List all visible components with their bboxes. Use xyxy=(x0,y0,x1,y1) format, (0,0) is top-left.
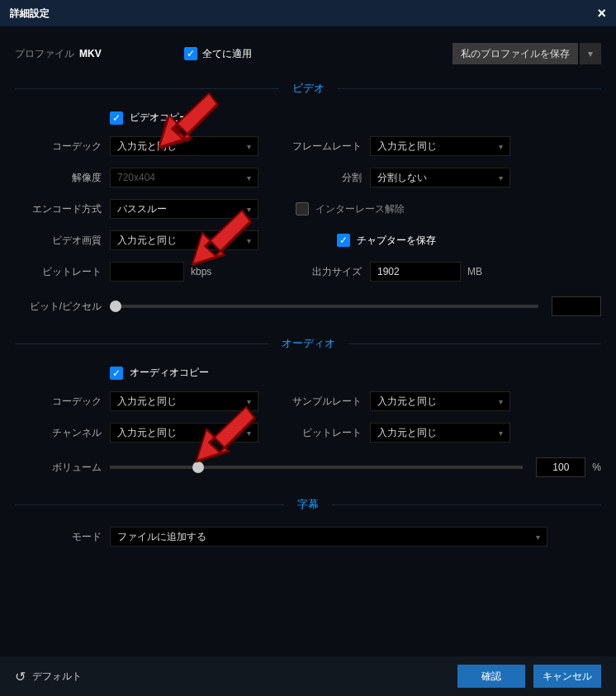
chevron-down-icon: ▾ xyxy=(247,142,251,151)
chevron-down-icon: ▾ xyxy=(536,533,540,542)
encode-select[interactable]: パススルー▾ xyxy=(110,199,258,219)
volume-value: 100 xyxy=(536,457,585,477)
bpp-value xyxy=(552,296,601,316)
bpp-label: ビット/ピクセル xyxy=(15,300,110,314)
chevron-down-icon: ▾ xyxy=(499,428,503,438)
slider-thumb[interactable] xyxy=(110,301,121,312)
bitrate-unit: kbps xyxy=(191,266,211,277)
interlace-checkbox[interactable]: インターレース解除 xyxy=(296,202,405,216)
bitrate-label: ビットレート xyxy=(15,265,110,279)
apply-all-label: 全てに適用 xyxy=(202,47,252,61)
chevron-down-icon: ▾ xyxy=(499,397,503,406)
slider-thumb[interactable] xyxy=(192,462,204,473)
ok-button[interactable]: 確認 xyxy=(457,665,525,688)
check-icon: ✓ xyxy=(110,111,123,125)
encode-label: エンコード方式 xyxy=(15,202,110,216)
chevron-down-icon: ▾ xyxy=(247,205,251,214)
chevron-down-icon: ▾ xyxy=(247,173,251,182)
chevron-down-icon: ▾ xyxy=(588,48,593,59)
channel-select[interactable]: 入力元と同じ▾ xyxy=(110,423,258,443)
chevron-down-icon: ▾ xyxy=(247,428,251,438)
bpp-slider[interactable] xyxy=(110,305,538,308)
dialog-title: 詳細設定 xyxy=(10,7,50,21)
quality-select[interactable]: 入力元と同じ▾ xyxy=(110,230,258,250)
save-profile-dropdown[interactable]: ▾ xyxy=(580,43,601,64)
audio-bitrate-select[interactable]: 入力元と同じ▾ xyxy=(370,423,510,443)
checkbox-empty-icon xyxy=(296,202,309,215)
quality-label: ビデオ画質 xyxy=(15,234,110,248)
audio-section-header: オーディオ xyxy=(15,336,601,351)
video-panel: ビデオ ✓ ビデオコピー コーデック 入力元と同じ▾ フレームレート 入力元と同… xyxy=(0,81,616,331)
chevron-down-icon: ▾ xyxy=(247,397,251,406)
outsize-input[interactable] xyxy=(370,262,461,282)
audio-codec-select[interactable]: 入力元と同じ▾ xyxy=(110,391,258,411)
default-button[interactable]: ↺ デフォルト xyxy=(15,669,82,684)
codec-label: コーデック xyxy=(15,140,110,154)
footer: ↺ デフォルト 確認 キャンセル xyxy=(0,656,616,696)
video-codec-select[interactable]: 入力元と同じ▾ xyxy=(110,136,258,156)
cancel-button[interactable]: キャンセル xyxy=(533,665,601,688)
resolution-select[interactable]: 720x404▾ xyxy=(110,168,258,187)
profile-row: プロファイル MKV ✓ 全てに適用 私のプロファイルを保存 ▾ xyxy=(0,26,616,76)
outsize-label: 出力サイズ xyxy=(287,265,370,279)
check-icon: ✓ xyxy=(337,234,350,247)
reset-icon: ↺ xyxy=(15,669,26,684)
framerate-label: フレームレート xyxy=(287,140,370,154)
close-icon[interactable]: × xyxy=(597,5,606,22)
titlebar: 詳細設定 × xyxy=(0,0,616,26)
save-profile-button[interactable]: 私のプロファイルを保存 xyxy=(453,43,578,64)
video-section-header: ビデオ xyxy=(15,81,601,96)
audio-copy-checkbox[interactable]: ✓ オーディオコピー xyxy=(15,366,601,380)
video-copy-checkbox[interactable]: ✓ ビデオコピー xyxy=(15,111,601,125)
subtitle-mode-select[interactable]: ファイルに追加する▾ xyxy=(110,527,547,547)
subtitle-section-header: 字幕 xyxy=(15,497,601,512)
check-icon: ✓ xyxy=(110,367,123,380)
samplerate-select[interactable]: 入力元と同じ▾ xyxy=(370,391,510,411)
outsize-unit: MB xyxy=(467,266,482,277)
check-icon: ✓ xyxy=(184,47,197,60)
volume-slider[interactable] xyxy=(110,466,523,469)
resolution-label: 解像度 xyxy=(15,171,110,185)
samplerate-label: サンプルレート xyxy=(287,395,370,409)
audio-panel: オーディオ ✓ オーディオコピー コーデック 入力元と同じ▾ サンプルレート 入… xyxy=(0,336,616,492)
split-label: 分割 xyxy=(287,171,370,185)
channel-label: チャンネル xyxy=(15,426,110,440)
audio-codec-label: コーデック xyxy=(15,395,110,409)
volume-unit: % xyxy=(592,462,601,473)
apply-all-checkbox[interactable]: ✓ 全てに適用 xyxy=(184,47,252,61)
video-bitrate-input[interactable] xyxy=(110,262,184,282)
profile-name: MKV xyxy=(79,48,102,59)
chevron-down-icon: ▾ xyxy=(499,173,503,182)
split-select[interactable]: 分割しない▾ xyxy=(370,168,510,187)
audio-bitrate-label: ビットレート xyxy=(287,426,370,440)
chevron-down-icon: ▾ xyxy=(499,142,503,151)
subtitle-panel: 字幕 モード ファイルに追加する▾ xyxy=(0,497,616,566)
volume-label: ボリューム xyxy=(15,461,110,475)
mode-label: モード xyxy=(15,530,110,544)
chapter-save-checkbox[interactable]: ✓ チャプターを保存 xyxy=(337,234,436,248)
profile-label: プロファイル xyxy=(15,47,74,61)
framerate-select[interactable]: 入力元と同じ▾ xyxy=(370,136,510,156)
chevron-down-icon: ▾ xyxy=(247,236,251,245)
